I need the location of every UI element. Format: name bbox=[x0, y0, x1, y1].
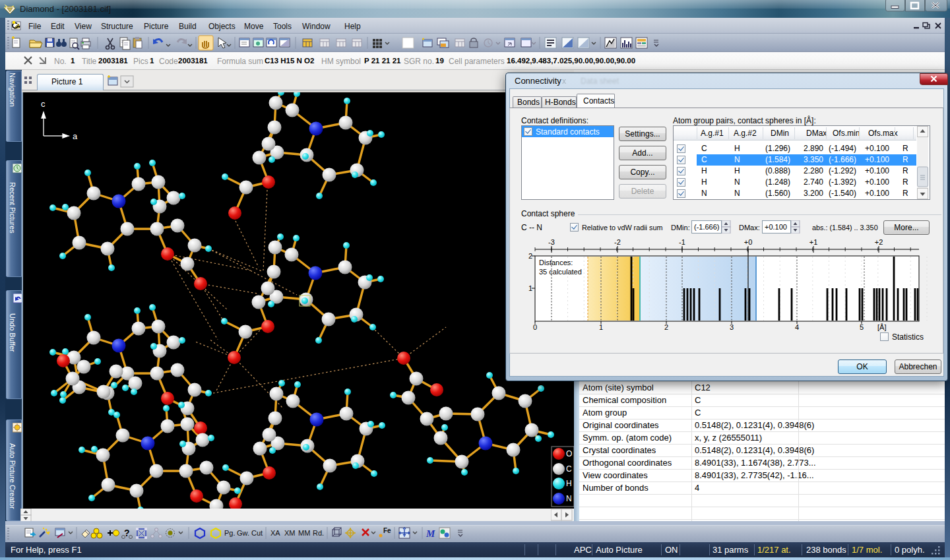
svg-text:-2: -2 bbox=[614, 238, 621, 246]
svg-text:Cut: Cut bbox=[251, 529, 263, 537]
svg-text:3: 3 bbox=[730, 323, 734, 331]
svg-text:Gw.: Gw. bbox=[237, 529, 249, 537]
svg-text:M: M bbox=[426, 528, 435, 539]
svg-text:O: O bbox=[566, 449, 572, 458]
svg-text:C: C bbox=[566, 464, 572, 474]
svg-text:XА: XА bbox=[270, 529, 280, 537]
svg-text:-3: -3 bbox=[548, 238, 555, 246]
svg-text:c: c bbox=[41, 99, 46, 109]
svg-text:Fe: Fe bbox=[383, 527, 391, 534]
svg-text:N: N bbox=[566, 494, 572, 503]
svg-text:MМ: MМ bbox=[298, 529, 310, 537]
svg-text:+1: +1 bbox=[809, 238, 818, 246]
svg-text:Distances:: Distances: bbox=[539, 259, 573, 266]
svg-text:0: 0 bbox=[533, 323, 537, 331]
svg-text:2: 2 bbox=[664, 323, 668, 331]
svg-text:a: a bbox=[73, 131, 78, 141]
svg-text:-1: -1 bbox=[679, 238, 685, 246]
svg-text:1: 1 bbox=[599, 323, 603, 331]
svg-text:+2: +2 bbox=[875, 238, 883, 246]
svg-text:35 calculated: 35 calculated bbox=[539, 268, 582, 276]
svg-text:5: 5 bbox=[860, 323, 864, 331]
svg-text:[Å]: [Å] bbox=[877, 323, 886, 331]
svg-text:XМ: XМ bbox=[284, 529, 296, 537]
svg-text:Pg.: Pg. bbox=[224, 529, 236, 537]
svg-text:Rd.: Rd. bbox=[313, 529, 324, 537]
svg-text:+0: +0 bbox=[744, 238, 753, 246]
svg-text:H: H bbox=[566, 479, 572, 488]
svg-text:4: 4 bbox=[795, 323, 799, 331]
